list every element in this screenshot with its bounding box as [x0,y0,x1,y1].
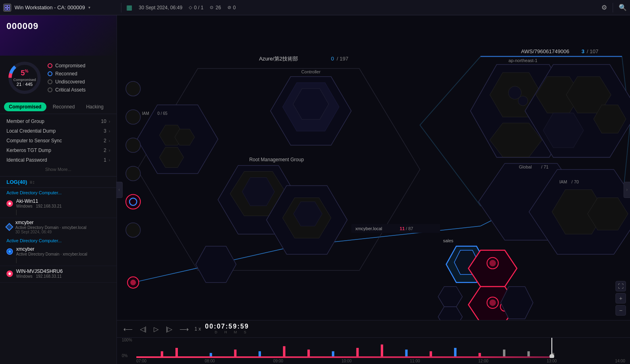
log-section-title2[interactable]: Active Directory Computer... [0,236,117,244]
svg-rect-0 [5,5,7,7]
timeline-time: 00:07:59:59 [205,323,249,330]
topbar-divider [121,3,121,12]
right-panel-collapse[interactable]: › [624,182,630,198]
svg-text:/ 71: / 71 [541,164,549,169]
svg-point-32 [126,110,140,124]
dropdown-icon[interactable]: ▾ [88,5,90,10]
timeline-skip-fwd-btn[interactable]: ⟶ [178,324,190,334]
svg-point-50 [489,260,496,266]
timeline-play-btn[interactable]: ▷ [152,324,160,334]
window-icon[interactable] [3,4,11,12]
timeline-speed-btn[interactable]: 1 x [194,326,201,332]
topbar: Win Workstation - CA: 000009 ▾ ▦ 30 Sept… [0,0,630,15]
tab-compromised[interactable]: Compromised [4,102,46,111]
timeline-area: ⟵ ◁| ▷ |▷ ⟶ 1 x 00:07:59:59 D H M S [117,320,630,364]
sort-icon[interactable]: ≡↕ [29,179,35,185]
finding-arrow: › [109,148,110,153]
map-svg: 1 Root Management Group Controller IAM 0… [117,15,630,364]
tl-100-label: 100% [122,338,132,342]
search-icon[interactable]: 🔍 [619,4,627,11]
finding-row[interactable]: Computer to Sensor Sync 2 › [0,136,117,146]
log-node-sub: Windows 192.168.33.21 [16,204,62,208]
donut-svg [6,60,43,96]
svg-point-65 [518,96,528,106]
tl-percent-labels: 100% 0% [122,338,132,358]
log-node-sub2: Active Directory Domain · xmcyber.local [16,252,87,256]
svg-point-39 [130,280,136,285]
finding-name: Kerberos TGT Dump [6,148,104,153]
log-entry3: WIN-MVJSD4SHRU6 Windows 192.168.33.11 [0,266,117,283]
finding-row[interactable]: Kerberos TGT Dump 2 › [0,146,117,155]
log-domain-name: xmcyber [15,220,86,225]
zoom-out-btn[interactable]: − [615,305,626,316]
sidebar-collapse-btn[interactable]: ‹ [116,182,123,198]
svg-point-37 [126,195,140,209]
settings-icon[interactable]: ⚙ [601,4,607,11]
topbar-right: ⚙ 🔍 [601,3,627,12]
show-more[interactable]: Show More... [0,165,117,174]
fullscreen-btn[interactable]: ⛶ [615,281,626,291]
svg-text:sales: sales [443,238,453,243]
svg-point-33 [126,138,140,152]
legend-compromised-label: Compromised [55,63,86,69]
legend-reconned: Reconned [48,71,86,77]
tl-bar-area[interactable] [136,338,625,358]
map-area: 1 Root Management Group Controller IAM 0… [117,15,630,364]
tl-d-label: D [212,330,220,334]
svg-rect-3 [8,8,10,10]
svg-text:IAM: IAM [142,111,149,116]
zoom-in-btn[interactable]: + [615,293,626,304]
svg-point-31 [126,81,140,96]
svg-text:/ 107: / 107 [587,48,599,54]
nav-page-icon[interactable]: ▦ [126,4,132,11]
svg-point-36 [126,223,140,237]
svg-text:AWS/796061749006: AWS/796061749006 [521,48,570,54]
log-dot-blue [6,248,13,255]
finding-row[interactable]: Identical Password 1 › [0,155,117,165]
timeline-time-labels: D H M S [212,330,249,335]
svg-text:/ 70: / 70 [572,179,579,184]
topbar-stat3: ⊘ 0 [227,5,236,10]
finding-row[interactable]: Local Credential Dump 3 › [0,126,117,136]
diamond-icon: ◇ [189,5,192,10]
svg-point-53 [489,300,496,306]
svg-text:0 / 65: 0 / 65 [157,111,167,116]
timeline-step-back-btn[interactable]: ◁| [138,324,148,334]
log-section-title[interactable]: Active Directory Computer... [0,188,117,196]
topbar-center: 30 Sept 2024, 06:49 ◇ 0 / 1 ⊙ 26 ⊘ 0 [139,5,597,10]
finding-count: 3 [104,128,106,134]
tl-time-11: 11:00 [410,359,420,363]
main-content: 000009 5% Compromised 21 / [0,15,630,364]
svg-text:Azure/第2技術部: Azure/第2技術部 [259,56,298,62]
tl-time-09: 09:00 [273,359,283,363]
finding-count: 1 [104,157,106,163]
timeline-controls: ⟵ ◁| ▷ |▷ ⟶ 1 x 00:07:59:59 D H M S [117,320,630,338]
log-node-name3: WIN-MVJSD4SHRU6 [16,268,63,274]
legend-undiscovered-label: Undiscovered [55,79,85,85]
tab-hacking[interactable]: Hacking [81,102,108,111]
timeline-step-fwd-btn[interactable]: |▷ [164,324,174,334]
stat1-value: 0 / 1 [194,5,203,10]
tl-time-08: 08:00 [205,359,215,363]
reconned-dot [48,71,52,76]
log-dot-red2 [6,270,13,277]
finding-count: 10 [101,119,106,124]
finding-name: Computer to Sensor Sync [6,138,104,144]
finding-row[interactable]: Member of Group 10 › [0,116,117,126]
svg-text:ap-northeast-1: ap-northeast-1 [509,58,538,63]
critical-dot [48,87,52,92]
finding-arrow: › [109,139,110,143]
svg-text:Global: Global [519,164,532,169]
topbar-stat2: ⊙ 26 [210,5,221,10]
legend-compromised: Compromised [48,63,86,69]
svg-rect-2 [5,8,7,10]
sidebar-header: 000009 [0,15,117,56]
donut-chart: 5% Compromised 21 / 445 [6,60,43,96]
finding-count: 2 [104,138,106,144]
timeline-skip-back-btn[interactable]: ⟵ [122,324,134,334]
tl-m-label: M [232,330,240,334]
sidebar-tabs: Compromised Reconned Hacking [0,100,117,114]
svg-point-34 [126,166,140,181]
tab-reconned[interactable]: Reconned [48,102,80,111]
map-controls: ⛶ + − [615,281,626,316]
